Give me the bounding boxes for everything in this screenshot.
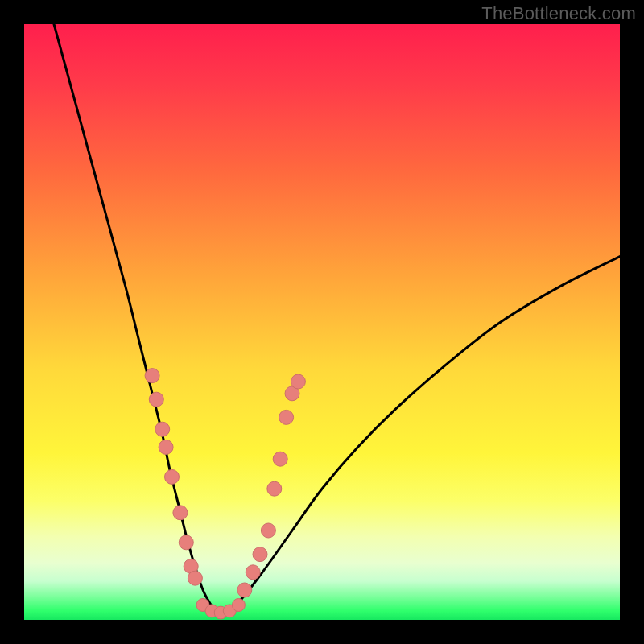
- plot-area: [24, 24, 620, 620]
- watermark-text: TheBottleneck.com: [481, 3, 636, 24]
- data-dot: [279, 410, 294, 424]
- data-dots: [145, 369, 305, 619]
- data-dot: [149, 392, 163, 407]
- data-dot: [237, 583, 252, 597]
- data-dot: [253, 547, 267, 562]
- bottleneck-curve: [54, 24, 620, 614]
- data-dot: [291, 374, 305, 389]
- data-dot: [173, 506, 188, 520]
- data-dot: [179, 535, 193, 550]
- chart-svg: [24, 24, 620, 620]
- data-dot: [155, 422, 170, 436]
- data-dot: [145, 369, 159, 383]
- data-dot: [267, 481, 282, 496]
- data-dot: [273, 452, 287, 466]
- data-dot: [165, 469, 180, 484]
- data-dot: [188, 571, 202, 585]
- data-dot: [159, 440, 173, 454]
- outer-frame: TheBottleneck.com: [0, 0, 644, 644]
- data-dot: [246, 565, 260, 580]
- data-dot: [261, 523, 275, 538]
- data-dot: [232, 599, 245, 612]
